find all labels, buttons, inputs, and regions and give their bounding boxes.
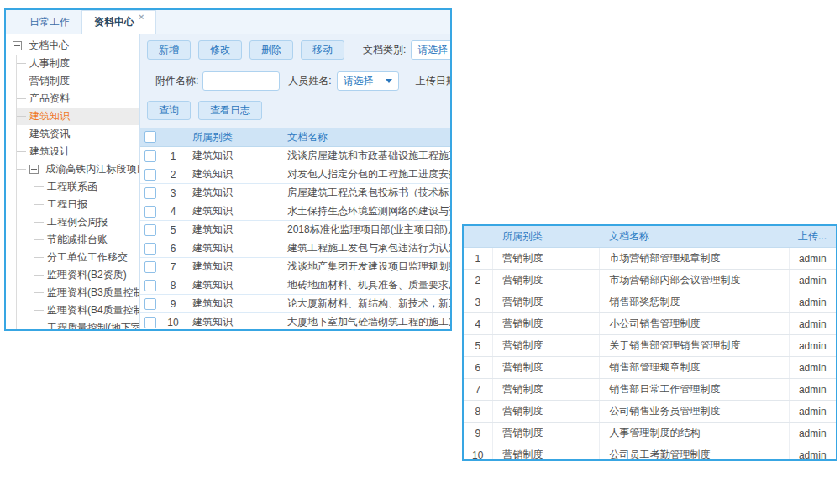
- upload-date-label: 上传日期: [416, 74, 450, 88]
- row-checkbox[interactable]: [144, 280, 156, 291]
- num-column-header: [464, 226, 492, 248]
- add-button[interactable]: 新增: [147, 40, 191, 60]
- person-select[interactable]: 请选择: [337, 71, 399, 91]
- table-header-row: 所属别类 文档名称: [140, 128, 450, 147]
- name-column-header: 文档名称: [599, 226, 789, 248]
- attachment-name-input[interactable]: [202, 71, 280, 91]
- table-row[interactable]: 9 营销制度 人事管理制度的结构 admin: [464, 423, 836, 444]
- tab-data-center[interactable]: 资料中心 ×: [81, 10, 156, 34]
- query-button[interactable]: 查询: [147, 101, 191, 120]
- table-row[interactable]: 3 建筑知识 房屋建筑工程总承包投标书（技术标）...: [140, 184, 450, 202]
- table-row[interactable]: 9 建筑知识 论大厦新材料、新结构、新技术，新工...: [140, 295, 450, 313]
- row-checkbox[interactable]: [144, 150, 156, 162]
- tree-item-quality-basement[interactable]: 工程质量控制(地下室): [34, 319, 139, 329]
- chevron-down-icon: [386, 79, 392, 83]
- table-row[interactable]: 3 营销制度 销售部奖惩制度 admin: [464, 291, 836, 313]
- tree-item-construction-knowledge[interactable]: 建筑知识: [17, 108, 139, 125]
- num-column-header: [160, 128, 186, 147]
- toolbar-row: 新增 修改 删除 移动 文档类别: 请选择 文档: [147, 40, 450, 60]
- row-checkbox[interactable]: [144, 261, 156, 273]
- row-checkbox[interactable]: [144, 206, 156, 218]
- tree-node-project[interactable]: 成渝高铁内江标段项目: [29, 160, 139, 178]
- category-select[interactable]: 请选择: [411, 40, 450, 60]
- person-select-value: 请选择: [344, 74, 374, 88]
- table-row[interactable]: 1 营销制度 市场营销部管理规章制度 admin: [464, 248, 836, 270]
- row-checkbox[interactable]: [144, 243, 156, 255]
- table-row[interactable]: 6 建筑知识 建筑工程施工发包与承包违法行为认定...: [140, 239, 450, 258]
- select-all-checkbox[interactable]: [144, 131, 156, 143]
- close-icon[interactable]: ×: [139, 13, 144, 22]
- tree-item-product[interactable]: 产品资料: [17, 90, 139, 108]
- row-checkbox[interactable]: [144, 224, 156, 236]
- modify-button[interactable]: 修改: [198, 40, 242, 60]
- tree-item-daily-report[interactable]: 工程日报: [34, 196, 139, 213]
- tree-item-marketing[interactable]: 营销制度: [17, 72, 139, 90]
- tree-branch-project: 成渝高铁内江标段项目 工程联系函 工程日报 工程例会周报 节能减排台账 分工单位…: [17, 160, 139, 329]
- table-row[interactable]: 5 建筑知识 2018标准化监理项目部(业主项目部)人员...: [140, 221, 450, 239]
- marketing-table: 所属别类 文档名称 上传... 1 营销制度 市场营销部管理规章制度 admin…: [464, 226, 836, 461]
- table-row[interactable]: 7 营销制度 销售部日常工作管理制度 admin: [464, 379, 836, 401]
- person-name-label: 人员姓名:: [288, 74, 331, 88]
- table-row[interactable]: 1 建筑知识 浅谈房屋建筑和市政基础设施工程施工...: [140, 147, 450, 165]
- tab-label: 日常工作: [29, 15, 70, 29]
- row-checkbox[interactable]: [144, 187, 156, 199]
- document-tree: 文档中心 人事制度 营销制度 产品资料 建筑知识 建筑资讯 建筑设计 成渝高铁内…: [6, 34, 140, 329]
- desktop: 日常工作 资料中心 × 文档中心 人事制度 营销制度 产品资料 建筑知识 建筑: [0, 0, 840, 504]
- category-column-header: 所属别类: [186, 128, 281, 147]
- row-checkbox[interactable]: [144, 317, 156, 328]
- tree-item-construction-design[interactable]: 建筑设计: [17, 143, 139, 160]
- table-row[interactable]: 8 营销制度 公司销售业务员管理制度 admin: [464, 401, 836, 423]
- tree-item-weekly-report[interactable]: 工程例会周报: [34, 213, 139, 231]
- tree-node-label: 成渝高铁内江标段项目: [45, 163, 140, 175]
- table-row[interactable]: 7 建筑知识 浅谈地产集团开发建设项目监理规划编...: [140, 258, 450, 276]
- table-row[interactable]: 4 营销制度 小公司销售管理制度 admin: [464, 313, 836, 335]
- panel-body: 文档中心 人事制度 营销制度 产品资料 建筑知识 建筑资讯 建筑设计 成渝高铁内…: [6, 34, 450, 329]
- table-row[interactable]: 2 建筑知识 对发包人指定分包的工程施工进度安排...: [140, 165, 450, 184]
- category-column-header: 所属别类: [492, 226, 599, 248]
- table-row[interactable]: 8 建筑知识 地砖地面材料、机具准备、质量要求及...: [140, 276, 450, 295]
- row-checkbox[interactable]: [144, 169, 156, 181]
- table-row[interactable]: 10 建筑知识 大厦地下室加气砼墙砌筑工程的施工方...: [140, 313, 450, 330]
- tree-item-supervision-b2[interactable]: 监理资料(B2资质): [34, 266, 139, 284]
- collapse-toggle-icon[interactable]: [13, 41, 22, 50]
- name-column-header: 文档名称: [281, 128, 450, 147]
- tree-item-work-transfer[interactable]: 分工单位工作移交: [34, 249, 139, 266]
- table-row[interactable]: 5 营销制度 关于销售部管理销售管理制度 admin: [464, 335, 836, 357]
- collapse-toggle-icon[interactable]: [29, 165, 39, 174]
- tab-daily-work[interactable]: 日常工作: [18, 10, 81, 34]
- view-log-button[interactable]: 查看日志: [198, 101, 262, 120]
- tree-node-label: 文档中心: [29, 39, 69, 51]
- tree-item-contact-letter[interactable]: 工程联系函: [34, 178, 139, 196]
- tree-item-hr[interactable]: 人事制度: [17, 55, 139, 72]
- document-content: 新增 修改 删除 移动 文档类别: 请选择 文档 附件名称: 人员姓名:: [140, 34, 450, 329]
- row-checkbox[interactable]: [144, 298, 156, 310]
- table-row[interactable]: 4 建筑知识 水土保持生态环境监测网络的建设与资...: [140, 202, 450, 221]
- table-row[interactable]: 6 营销制度 销售部管理规章制度 admin: [464, 357, 836, 379]
- document-center-panel: 日常工作 资料中心 × 文档中心 人事制度 营销制度 产品资料 建筑知识 建筑: [4, 8, 452, 331]
- uploader-column-header: 上传...: [789, 226, 836, 248]
- tree-item-construction-news[interactable]: 建筑资讯: [17, 125, 139, 143]
- move-button[interactable]: 移动: [301, 40, 344, 60]
- tree-node-document-center[interactable]: 文档中心: [6, 37, 139, 55]
- tree-item-supervision-b3[interactable]: 监理资料(B3质量控制): [34, 284, 139, 302]
- category-select-value: 请选择: [417, 43, 448, 57]
- table-row[interactable]: 2 营销制度 市场营销部内部会议管理制度 admin: [464, 270, 836, 291]
- marketing-documents-panel: 所属别类 文档名称 上传... 1 营销制度 市场营销部管理规章制度 admin…: [462, 224, 837, 461]
- table-header-row: 所属别类 文档名称 上传...: [464, 226, 836, 248]
- delete-button[interactable]: 删除: [249, 40, 293, 60]
- tree-item-energy-ledger[interactable]: 节能减排台账: [34, 231, 139, 249]
- tab-label: 资料中心: [94, 15, 134, 29]
- documents-table: 所属别类 文档名称 1 建筑知识 浅谈房屋建筑和市政基础设施工程施工...: [140, 128, 450, 329]
- filter-row: 附件名称: 人员姓名: 请选择 上传日期: [155, 71, 450, 91]
- actions-row: 查询 查看日志: [147, 101, 450, 120]
- attachment-name-label: 附件名称:: [155, 74, 198, 88]
- tree-item-supervision-b4[interactable]: 监理资料(B4质量控制): [34, 302, 139, 319]
- table-row[interactable]: 10 营销制度 公司员工考勤管理制度 admin: [464, 444, 836, 462]
- category-label: 文档类别:: [363, 43, 406, 57]
- tab-bar: 日常工作 资料中心 ×: [6, 10, 450, 34]
